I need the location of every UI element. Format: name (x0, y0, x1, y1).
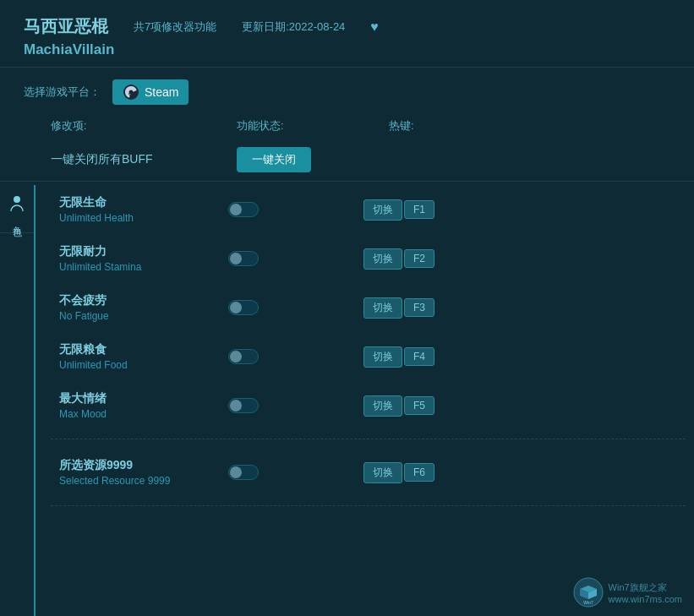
mod-toggle-col (228, 465, 363, 480)
toggle-switch[interactable] (228, 465, 259, 480)
character-icon (10, 195, 24, 215)
mod-hotkey-col: 切换 F6 (363, 462, 677, 483)
hotkey-button[interactable]: 切换 F1 (363, 199, 434, 221)
character-group: 无限生命 Unlimited Health 切换 F1 无限耐力 Unlimit… (51, 185, 686, 439)
platform-label: 选择游戏平台： (24, 84, 101, 100)
toggle-switch[interactable] (228, 349, 259, 364)
watermark-site-name: Win7旗舰之家 (609, 581, 682, 594)
mod-name-cn: 所选资源9999 (59, 458, 228, 473)
mod-name-cn: 最大情绪 (59, 391, 228, 406)
table-row: 最大情绪 Max Mood 切换 F5 (51, 381, 686, 430)
hotkey-key: F2 (404, 249, 434, 268)
mod-toggle-col (228, 251, 363, 266)
platform-section: 选择游戏平台： Steam (0, 68, 694, 113)
mod-name-cn: 无限粮食 (59, 342, 228, 357)
mod-toggle-col (228, 398, 363, 413)
table-row: 不会疲劳 No Fatigue 切换 F3 (51, 283, 686, 332)
mod-hotkey-col: 切换 F1 (363, 199, 677, 221)
watermark-site-url: www.win7ms.com (609, 594, 682, 604)
mod-name-en: Unlimited Food (59, 359, 228, 371)
table-row: 无限粮食 Unlimited Food 切换 F4 (51, 332, 686, 381)
game-title-cn: 马西亚恶棍 (24, 15, 108, 38)
resource-group: 所选资源9999 Selected Resource 9999 切换 F6 (51, 448, 686, 506)
mod-name-col: 无限粮食 Unlimited Food (59, 342, 228, 371)
hotkey-key: F3 (404, 298, 434, 317)
steam-platform-button[interactable]: Steam (112, 79, 189, 105)
toggle-switch[interactable] (228, 398, 259, 413)
mod-name-col: 所选资源9999 Selected Resource 9999 (59, 458, 228, 487)
hotkey-label: 切换 (363, 248, 402, 270)
hotkey-button[interactable]: 切换 F5 (363, 395, 434, 417)
hotkey-label: 切换 (363, 462, 402, 483)
hotkey-label: 切换 (363, 297, 402, 319)
hotkey-key: F5 (404, 396, 434, 415)
mod-toggle-col (228, 300, 363, 315)
toggle-knob (230, 351, 242, 363)
hotkey-key: F6 (404, 463, 434, 482)
mod-name-en: Unlimited Health (59, 212, 228, 224)
buff-all-row: 一键关闭所有BUFF 一键关闭 (0, 139, 694, 182)
mod-name-en: Unlimited Stamina (59, 261, 228, 273)
watermark: Win7 Win7旗舰之家 www.win7ms.com (573, 577, 682, 608)
app-window: 马西亚恶棍 共7项修改器功能 更新日期:2022-08-24 ♥ MachiaV… (0, 0, 694, 616)
character-label: 角色 (11, 219, 24, 222)
items-list: 无限生命 Unlimited Health 切换 F1 无限耐力 Unlimit… (36, 185, 694, 616)
mod-toggle-col (228, 349, 363, 364)
hotkey-button[interactable]: 切换 F6 (363, 462, 434, 483)
col-hotkey-header: 热键: (389, 118, 670, 134)
win7-logo-icon: Win7 (573, 577, 604, 608)
mod-count: 共7项修改器功能 (134, 19, 216, 35)
table-header: 修改项: 功能状态: 热键: (0, 113, 694, 139)
toggle-knob (230, 400, 242, 412)
mod-name-col: 无限生命 Unlimited Health (59, 195, 228, 224)
toggle-switch[interactable] (228, 202, 259, 217)
steam-label: Steam (145, 85, 178, 99)
mod-name-cn: 无限生命 (59, 195, 228, 210)
sidebar-character-section: 角色 (0, 185, 34, 233)
sidebar-resource-section: 资源 (0, 611, 34, 616)
mod-name-col: 不会疲劳 No Fatigue (59, 293, 228, 322)
table-row: 无限生命 Unlimited Health 切换 F1 (51, 185, 686, 234)
col-status-header: 功能状态: (237, 118, 389, 134)
mod-name-col: 无限耐力 Unlimited Stamina (59, 244, 228, 273)
col-mod-header: 修改项: (51, 118, 237, 134)
svg-text:Win7: Win7 (583, 600, 593, 605)
hotkey-button[interactable]: 切换 F3 (363, 297, 434, 319)
hotkey-button[interactable]: 切换 F4 (363, 346, 434, 368)
mod-hotkey-col: 切换 F4 (363, 346, 677, 368)
svg-point-2 (14, 196, 20, 203)
toggle-switch[interactable] (228, 300, 259, 315)
table-row: 所选资源9999 Selected Resource 9999 切换 F6 (51, 448, 686, 497)
toggle-knob (230, 253, 242, 264)
mod-name-en: Selected Resource 9999 (59, 475, 228, 487)
hotkey-label: 切换 (363, 395, 402, 417)
mod-name-en: No Fatigue (59, 310, 228, 322)
toggle-knob (230, 204, 242, 215)
toggle-knob (230, 302, 242, 313)
steam-logo-icon (123, 84, 139, 101)
sidebar: 角色 资源 (0, 185, 36, 616)
favorite-icon[interactable]: ♥ (370, 19, 379, 35)
game-title-en: MachiaVillain (24, 41, 670, 58)
mod-hotkey-col: 切换 F5 (363, 395, 677, 417)
header: 马西亚恶棍 共7项修改器功能 更新日期:2022-08-24 ♥ MachiaV… (0, 0, 694, 68)
watermark-text-block: Win7旗舰之家 www.win7ms.com (609, 581, 682, 604)
close-all-button[interactable]: 一键关闭 (237, 147, 311, 172)
mod-toggle-col (228, 202, 363, 217)
table-row: 无限耐力 Unlimited Stamina 切换 F2 (51, 234, 686, 283)
hotkey-key: F1 (404, 200, 434, 219)
mod-name-cn: 无限耐力 (59, 244, 228, 259)
buff-all-label: 一键关闭所有BUFF (51, 152, 237, 167)
header-info: 共7项修改器功能 更新日期:2022-08-24 ♥ (134, 19, 379, 35)
toggle-switch[interactable] (228, 251, 259, 266)
content-area: 角色 资源 无限生命 Unlimited Heal (0, 185, 694, 616)
hotkey-key: F4 (404, 347, 434, 366)
mod-name-col: 最大情绪 Max Mood (59, 391, 228, 420)
mod-hotkey-col: 切换 F2 (363, 248, 677, 270)
hotkey-button[interactable]: 切换 F2 (363, 248, 434, 270)
update-date: 更新日期:2022-08-24 (242, 19, 345, 35)
hotkey-label: 切换 (363, 199, 402, 221)
mod-hotkey-col: 切换 F3 (363, 297, 677, 319)
mod-name-en: Max Mood (59, 408, 228, 420)
toggle-knob (230, 466, 242, 478)
